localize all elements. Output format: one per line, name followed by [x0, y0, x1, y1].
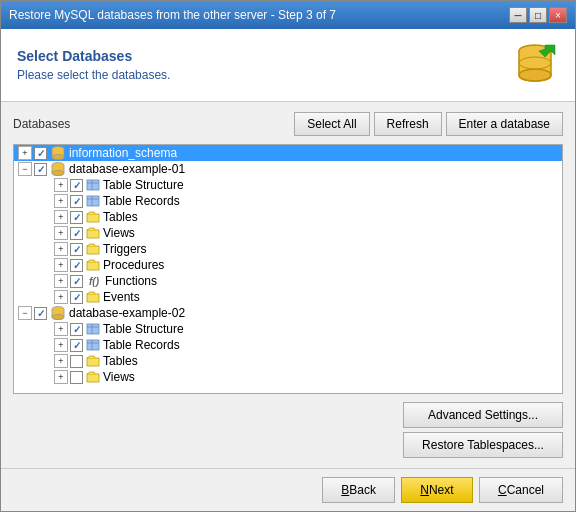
- tree-checkbox[interactable]: [70, 227, 83, 240]
- main-content: Databases Select All Refresh Enter a dat…: [1, 102, 575, 468]
- cancel-button[interactable]: CCancel: [479, 477, 563, 503]
- folder-icon: [86, 243, 100, 255]
- maximize-button[interactable]: □: [529, 7, 547, 23]
- tree-checkbox[interactable]: [34, 147, 47, 160]
- tree-row[interactable]: + Table Records: [32, 193, 562, 209]
- tree-checkbox[interactable]: [34, 307, 47, 320]
- database-icon: [511, 41, 559, 89]
- select-all-button[interactable]: Select All: [294, 112, 369, 136]
- header-icon: [511, 41, 559, 89]
- svg-rect-21: [87, 324, 99, 334]
- expand-icon[interactable]: +: [54, 370, 68, 384]
- expand-icon[interactable]: +: [54, 194, 68, 208]
- tree-checkbox[interactable]: [70, 371, 83, 384]
- advanced-settings-button[interactable]: Advanced Settings...: [403, 402, 563, 428]
- tree-checkbox[interactable]: [70, 275, 83, 288]
- tree-checkbox[interactable]: [70, 195, 83, 208]
- minimize-button[interactable]: ─: [509, 7, 527, 23]
- table-icon: [86, 323, 100, 335]
- tree-checkbox[interactable]: [70, 355, 83, 368]
- tree-row[interactable]: + Events: [32, 289, 562, 305]
- expand-icon[interactable]: −: [18, 162, 32, 176]
- tree-checkbox[interactable]: [70, 259, 83, 272]
- header-section: Select Databases Please select the datab…: [1, 29, 575, 102]
- folder-icon: [86, 211, 100, 223]
- tree-item-label: database-example-01: [69, 162, 185, 176]
- tree-item-label: Events: [103, 290, 140, 304]
- next-underline: NNext: [420, 483, 453, 497]
- enter-database-button[interactable]: Enter a database: [446, 112, 563, 136]
- tree-row[interactable]: + Views: [32, 225, 562, 241]
- tree-row[interactable]: − database-example-02: [14, 305, 562, 321]
- page-subtitle: Please select the databases.: [17, 68, 170, 82]
- svg-point-1: [519, 69, 551, 81]
- expand-icon[interactable]: −: [18, 306, 32, 320]
- refresh-button[interactable]: Refresh: [374, 112, 442, 136]
- tree-checkbox[interactable]: [70, 323, 83, 336]
- tree-row[interactable]: + information_schema: [14, 145, 562, 161]
- main-window: Restore MySQL databases from the other s…: [0, 0, 576, 512]
- expand-icon[interactable]: +: [54, 210, 68, 224]
- close-button[interactable]: ×: [549, 7, 567, 23]
- tree-row[interactable]: + Tables: [32, 209, 562, 225]
- svg-rect-8: [87, 180, 99, 190]
- function-icon: f(): [86, 276, 102, 287]
- tree-item-label: Table Structure: [103, 322, 184, 336]
- tree-item-label: information_schema: [69, 146, 177, 160]
- svg-point-5: [52, 155, 64, 160]
- table-icon: [86, 339, 100, 351]
- expand-icon[interactable]: +: [54, 226, 68, 240]
- back-button[interactable]: BBack: [322, 477, 395, 503]
- svg-rect-17: [87, 262, 99, 270]
- tree-checkbox[interactable]: [34, 163, 47, 176]
- expand-icon[interactable]: +: [54, 242, 68, 256]
- header-text: Select Databases Please select the datab…: [17, 48, 170, 82]
- tree-checkbox[interactable]: [70, 339, 83, 352]
- back-underline: BBack: [341, 483, 376, 497]
- tree-row[interactable]: + Table Structure: [32, 177, 562, 193]
- svg-point-7: [52, 171, 64, 176]
- title-bar-buttons: ─ □ ×: [509, 7, 567, 23]
- tree-checkbox[interactable]: [70, 211, 83, 224]
- tree-row[interactable]: + Triggers: [32, 241, 562, 257]
- tree-item-label: Views: [103, 226, 135, 240]
- tree-row[interactable]: + Views: [32, 369, 562, 385]
- tree-checkbox[interactable]: [70, 291, 83, 304]
- expand-icon[interactable]: +: [54, 354, 68, 368]
- svg-rect-18: [87, 294, 99, 302]
- expand-icon[interactable]: +: [54, 258, 68, 272]
- tree-item-label: database-example-02: [69, 306, 185, 320]
- footer: BBack NNext CCancel: [1, 468, 575, 511]
- tree-row[interactable]: − database-example-01: [14, 161, 562, 177]
- tree-item-label: Triggers: [103, 242, 147, 256]
- tree-row[interactable]: + Table Structure: [32, 321, 562, 337]
- tree-row[interactable]: + Table Records: [32, 337, 562, 353]
- tree-container[interactable]: + information_schema − database-example-…: [13, 144, 563, 394]
- db-icon: [50, 162, 66, 176]
- tree-checkbox[interactable]: [70, 179, 83, 192]
- db-icon: [50, 146, 66, 160]
- expand-icon[interactable]: +: [54, 290, 68, 304]
- folder-icon: [86, 371, 100, 383]
- svg-rect-28: [87, 374, 99, 382]
- tree-item-label: Table Records: [103, 194, 180, 208]
- next-button[interactable]: NNext: [401, 477, 473, 503]
- bottom-buttons: Advanced Settings... Restore Tablespaces…: [13, 402, 563, 458]
- tree-item-label: Table Structure: [103, 178, 184, 192]
- svg-rect-27: [87, 358, 99, 366]
- toolbar-buttons: Select All Refresh Enter a database: [294, 112, 563, 136]
- expand-icon[interactable]: +: [54, 322, 68, 336]
- expand-icon[interactable]: +: [18, 146, 32, 160]
- expand-icon[interactable]: +: [54, 338, 68, 352]
- restore-tablespaces-button[interactable]: Restore Tablespaces...: [403, 432, 563, 458]
- tree-item-label: Tables: [103, 210, 138, 224]
- expand-icon[interactable]: +: [54, 178, 68, 192]
- svg-rect-16: [87, 246, 99, 254]
- tree-row[interactable]: + Procedures: [32, 257, 562, 273]
- folder-icon: [86, 259, 100, 271]
- expand-icon[interactable]: +: [54, 274, 68, 288]
- tree-row[interactable]: + f() Functions: [32, 273, 562, 289]
- tree-checkbox[interactable]: [70, 243, 83, 256]
- tree-row[interactable]: + Tables: [32, 353, 562, 369]
- table-icon: [86, 179, 100, 191]
